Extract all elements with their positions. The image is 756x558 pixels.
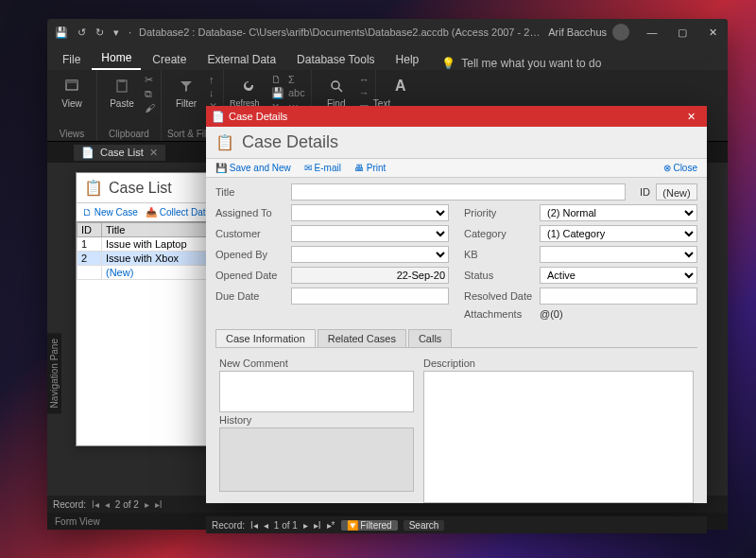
filtered-indicator[interactable]: 🔽 Filtered <box>341 520 398 531</box>
filter-button[interactable]: Filter <box>167 72 205 109</box>
tab-external-data[interactable]: External Data <box>198 49 285 70</box>
sort-desc-button[interactable]: ↓ <box>209 87 217 98</box>
copy-button[interactable]: ⧉ <box>145 88 155 100</box>
avatar[interactable] <box>612 24 629 41</box>
tab-related-cases[interactable]: Related Cases <box>318 329 406 347</box>
id-label: ID <box>631 186 650 198</box>
details-prev-record-button[interactable]: ◂ <box>264 520 268 531</box>
view-button[interactable]: View <box>53 72 91 109</box>
details-window-title: Case Details <box>229 111 287 122</box>
due-date-input[interactable] <box>291 288 449 305</box>
tab-case-information[interactable]: Case Information <box>215 329 316 347</box>
details-next-record-button[interactable]: ▸ <box>303 520 308 531</box>
record-label: Record: <box>53 499 86 510</box>
description-textarea[interactable] <box>423 371 694 503</box>
tab-home[interactable]: Home <box>92 47 141 70</box>
opened-by-select[interactable] <box>291 246 449 263</box>
maximize-button[interactable]: ▢ <box>667 19 697 45</box>
replace-button[interactable]: ↔ <box>359 74 369 85</box>
details-last-record-button[interactable]: ▸I <box>314 520 321 531</box>
first-record-button[interactable]: I◂ <box>92 499 99 510</box>
qat-extras-icon: · <box>129 26 131 38</box>
form-header-icon: 📋 <box>84 179 103 197</box>
tab-help[interactable]: Help <box>387 49 429 70</box>
next-record-button[interactable]: ▸ <box>145 499 149 510</box>
details-titlebar[interactable]: 📄 Case Details ✕ <box>206 106 707 127</box>
email-link[interactable]: ✉ E-mail <box>304 163 341 173</box>
last-record-button[interactable]: ▸I <box>155 499 163 510</box>
cut-button[interactable]: ✂ <box>145 74 155 86</box>
app-title: Database2 : Database- C\Users\arifb\Docu… <box>139 26 541 38</box>
details-first-record-button[interactable]: I◂ <box>250 520 258 531</box>
priority-select[interactable]: (2) Normal <box>540 204 697 221</box>
assigned-to-label: Assigned To <box>215 207 285 218</box>
tab-create[interactable]: Create <box>143 49 196 70</box>
title-input[interactable] <box>291 183 626 201</box>
print-link[interactable]: 🖶 Print <box>354 163 386 173</box>
opened-by-label: Opened By <box>215 249 285 260</box>
kb-select[interactable] <box>540 246 697 263</box>
collect-data-link[interactable]: 📥 Collect Data <box>146 207 211 218</box>
new-comment-textarea[interactable] <box>219 371 414 412</box>
minimize-button[interactable]: — <box>637 19 667 45</box>
funnel-icon <box>179 78 194 94</box>
form-icon: 📄 <box>212 111 225 123</box>
lightbulb-icon: 💡 <box>441 57 455 70</box>
paste-button[interactable]: Paste <box>103 72 141 109</box>
new-record-button[interactable]: 🗋 <box>271 74 284 85</box>
sort-asc-button[interactable]: ↑ <box>209 74 217 85</box>
category-label: Category <box>464 228 534 239</box>
save-record-button[interactable]: 💾 <box>271 87 284 99</box>
format-painter-button[interactable]: 🖌 <box>145 102 155 113</box>
clipboard-group-label: Clipboard <box>103 129 155 141</box>
kb-label: KB <box>464 249 534 260</box>
attachments-value[interactable]: @(0) <box>540 308 697 320</box>
tell-me-search[interactable]: 💡 Tell me what you want to do <box>441 57 601 70</box>
tab-file[interactable]: File <box>53 49 90 70</box>
text-a-icon: A <box>390 76 411 96</box>
search-box[interactable]: Search <box>404 520 445 531</box>
tab-calls[interactable]: Calls <box>408 329 452 347</box>
status-text: Form View <box>55 516 100 527</box>
spelling-button[interactable]: abc <box>288 87 305 98</box>
doc-tab-case-list[interactable]: 📄 Case List ✕ <box>74 145 165 161</box>
resolved-date-input[interactable] <box>540 288 697 305</box>
category-select[interactable]: (1) Category <box>540 225 697 242</box>
details-close-button[interactable]: ✕ <box>681 111 701 123</box>
goto-button[interactable]: → <box>359 87 369 98</box>
assigned-to-select[interactable] <box>291 204 449 221</box>
svg-point-4 <box>332 81 339 89</box>
qat-redo-icon[interactable]: ↻ <box>95 26 104 39</box>
qat-undo-icon[interactable]: ↺ <box>77 26 86 39</box>
customer-label: Customer <box>215 228 285 239</box>
customer-select[interactable] <box>291 225 449 242</box>
details-header-icon: 📋 <box>215 133 234 151</box>
history-label: History <box>219 414 414 426</box>
details-new-record-button[interactable]: ▸* <box>327 520 335 531</box>
col-id[interactable]: ID <box>77 223 102 237</box>
case-details-window: 📄 Case Details ✕ 📋 Case Details 💾 Save a… <box>206 106 707 503</box>
close-button[interactable]: ✕ <box>697 19 728 45</box>
history-textarea[interactable] <box>219 427 414 492</box>
new-comment-label: New Comment <box>219 357 414 369</box>
status-label: Status <box>464 270 534 281</box>
navigation-pane-toggle[interactable]: Navigation Pane <box>47 333 61 413</box>
user-name[interactable]: Arif Bacchus <box>548 26 607 38</box>
tab-database-tools[interactable]: Database Tools <box>287 49 385 70</box>
resolved-date-label: Resolved Date <box>464 290 534 302</box>
status-select[interactable]: Active <box>540 267 697 284</box>
qat-more-icon[interactable]: ▾ <box>113 26 119 39</box>
priority-label: Priority <box>464 207 534 218</box>
prev-record-button[interactable]: ◂ <box>105 499 110 510</box>
clipboard-icon <box>114 78 129 94</box>
close-link[interactable]: ⊗ Close <box>663 163 697 173</box>
find-button[interactable]: Find <box>318 72 355 109</box>
qat-save-icon[interactable]: 💾 <box>55 26 68 39</box>
new-case-link[interactable]: 🗋 New Case <box>82 207 138 218</box>
view-icon <box>64 78 79 94</box>
close-tab-icon[interactable]: ✕ <box>149 147 158 159</box>
opened-date-input[interactable] <box>291 267 449 284</box>
totals-button[interactable]: Σ <box>288 74 305 85</box>
save-and-new-link[interactable]: 💾 Save and New <box>215 163 291 173</box>
id-value: (New) <box>656 183 697 201</box>
